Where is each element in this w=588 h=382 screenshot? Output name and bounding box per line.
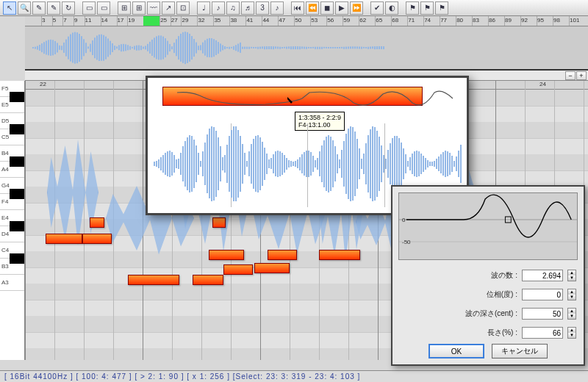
key-D4[interactable]: D4 bbox=[0, 226, 24, 242]
status-bar: [ 16Bit 44100Hz ] [ 100: 4: 477 ] [ > 2:… bbox=[0, 370, 588, 382]
key-B3[interactable]: B3 bbox=[0, 259, 24, 275]
spinner-wave-count[interactable]: ▲▼ bbox=[567, 270, 576, 281]
key-F4[interactable]: F4 bbox=[0, 194, 24, 210]
field-depth-cent: 波の深さ(cent) :▲▼ bbox=[465, 307, 576, 320]
transport-start[interactable]: ⏮ bbox=[291, 1, 304, 15]
label-length-pct: 長さ(%) : bbox=[487, 328, 517, 338]
marker-prev[interactable]: ⚑ bbox=[420, 1, 434, 15]
dialog-buttons: OK キャンセル bbox=[392, 344, 584, 358]
input-length-pct[interactable] bbox=[522, 327, 563, 339]
apply[interactable]: ✔ bbox=[370, 1, 384, 15]
note-block[interactable] bbox=[82, 234, 112, 244]
label-wave-count: 波の数 : bbox=[491, 270, 517, 281]
note-3[interactable]: ♫ bbox=[226, 1, 240, 15]
note-block[interactable] bbox=[90, 217, 104, 228]
transport-ff[interactable]: ⏩ bbox=[350, 1, 363, 15]
zoom-tool[interactable]: 🔍 bbox=[18, 1, 31, 15]
sine-preview: 0 -50 bbox=[398, 192, 578, 260]
curve-tool[interactable]: ↻ bbox=[62, 1, 75, 15]
transport-stop[interactable]: ◼ bbox=[320, 1, 334, 15]
label-depth-cent: 波の深さ(cent) : bbox=[465, 309, 517, 319]
field-length-pct: 長さ(%) :▲▼ bbox=[487, 326, 576, 339]
pointer-tool[interactable]: ↖ bbox=[3, 1, 16, 15]
cancel-button[interactable]: キャンセル bbox=[492, 344, 548, 358]
note-block[interactable] bbox=[268, 250, 297, 260]
label-phase-deg: 位相(度) : bbox=[487, 289, 517, 300]
field-phase-deg: 位相(度) :▲▼ bbox=[487, 288, 576, 301]
note-block[interactable] bbox=[193, 275, 223, 285]
note-block[interactable] bbox=[212, 217, 226, 228]
note-block[interactable] bbox=[254, 263, 290, 273]
zoom-out-icon[interactable]: − bbox=[565, 71, 576, 80]
grid-b[interactable]: ⊞ bbox=[132, 1, 146, 15]
note-block[interactable] bbox=[128, 275, 179, 285]
block-view[interactable]: ⊡ bbox=[176, 1, 190, 15]
vibrato-dialog: 0 -50 波の数 :▲▼位相(度) :▲▼波の深さ(cent) :▲▼長さ(%… bbox=[391, 185, 585, 366]
zoom-in-icon[interactable]: + bbox=[576, 71, 587, 80]
input-wave-count[interactable] bbox=[522, 270, 563, 281]
spinner-length-pct[interactable]: ▲▼ bbox=[567, 327, 576, 339]
input-depth-cent[interactable] bbox=[522, 308, 563, 320]
spinner-phase-deg[interactable]: ▲▼ bbox=[567, 289, 576, 300]
note-block[interactable] bbox=[223, 264, 253, 275]
grid-a[interactable]: ⊞ bbox=[118, 1, 131, 15]
input-phase-deg[interactable] bbox=[522, 289, 563, 300]
line-tool[interactable]: ✎ bbox=[47, 1, 60, 15]
main-toolbar: ↖🔍✎✎↻▭▭⊞⊞〰↗⊡♩♪♫♬3♪⏮⏪◼▶⏩✔◐⚑⚑⚑ bbox=[0, 0, 588, 16]
marker-add[interactable]: ⚑ bbox=[406, 1, 419, 15]
edit-cursor-icon bbox=[287, 97, 295, 104]
note-1[interactable]: ♩ bbox=[197, 1, 210, 15]
toggle-a[interactable]: ◐ bbox=[385, 1, 398, 15]
note-4[interactable]: ♬ bbox=[241, 1, 254, 15]
transport-play[interactable]: ▶ bbox=[335, 1, 348, 15]
key-E5[interactable]: E5 bbox=[0, 97, 24, 113]
ok-button[interactable]: OK bbox=[429, 344, 484, 358]
note-5[interactable]: ♪ bbox=[270, 1, 284, 15]
overview-ruler[interactable]: 3579111417192225272932353841444750535659… bbox=[25, 16, 588, 26]
tooltip-range: 1:3:358 - 2:2:9 bbox=[298, 114, 341, 121]
spinner-depth-cent[interactable]: ▲▼ bbox=[567, 308, 576, 320]
wave-view[interactable]: 〰 bbox=[147, 1, 160, 15]
key-A3[interactable]: A3 bbox=[0, 275, 24, 291]
key-A4[interactable]: A4 bbox=[0, 162, 24, 178]
transport-rew[interactable]: ⏪ bbox=[306, 1, 319, 15]
range-tool[interactable]: ▭ bbox=[82, 1, 96, 15]
popup-pitch-curve bbox=[162, 84, 456, 113]
triplet[interactable]: 3 bbox=[256, 1, 269, 15]
note-block[interactable] bbox=[319, 250, 360, 260]
note-2[interactable]: ♪ bbox=[212, 1, 225, 15]
field-wave-count: 波の数 :▲▼ bbox=[491, 269, 576, 282]
piano-keyboard[interactable]: F5E5D5C5B4A4G4F4E4D4C4B3A3 bbox=[0, 81, 25, 360]
note-block[interactable] bbox=[209, 250, 244, 260]
marker-next[interactable]: ⚑ bbox=[435, 1, 448, 15]
pencil-tool[interactable]: ✎ bbox=[32, 1, 46, 15]
overview-waveform[interactable] bbox=[25, 26, 588, 71]
note-block[interactable] bbox=[46, 234, 82, 244]
region-tool[interactable]: ▭ bbox=[97, 1, 110, 15]
pitch-view[interactable]: ↗ bbox=[162, 1, 175, 15]
key-C5[interactable]: C5 bbox=[0, 129, 24, 145]
